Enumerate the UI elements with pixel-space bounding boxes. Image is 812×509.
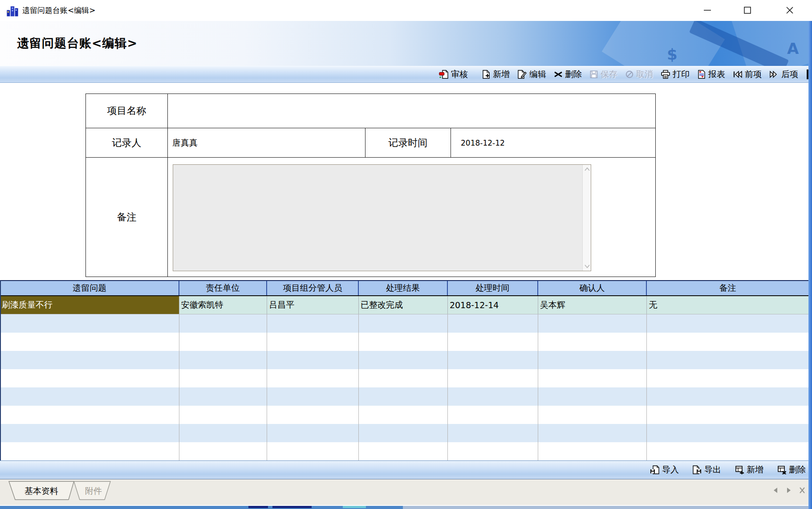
toolbar-button-label: 新增 (493, 69, 510, 80)
delete-button[interactable]: 删除 (553, 68, 583, 81)
column-header[interactable]: 备注 (647, 281, 808, 295)
remark-textarea[interactable] (173, 164, 591, 271)
edit-button[interactable]: 编辑 (516, 68, 547, 81)
column-header[interactable]: 处理时间 (448, 281, 538, 295)
status-strip-mark (343, 506, 366, 508)
table-empty-row[interactable] (1, 369, 808, 387)
table-cell[interactable]: 吕昌平 (267, 296, 359, 314)
recorder-field[interactable]: 唐真真 (168, 128, 365, 157)
toolbar-button-label: 报表 (708, 69, 725, 80)
table-cell[interactable]: 2018-12-14 (448, 296, 538, 314)
toolbar-button-label: 后项 (781, 69, 798, 80)
status-strip-mark (272, 506, 312, 508)
selected-cell[interactable]: 刷漆质量不行 (1, 296, 179, 314)
cancel-button[interactable]: 取消 (624, 68, 654, 81)
audit-button[interactable]: 审核 (438, 68, 469, 81)
issues-table: 遗留问题 责任单位 项目组分管人员 处理结果 处理时间 确认人 备注 刷漆质量不… (0, 280, 808, 460)
report-icon (697, 70, 706, 79)
new-doc-icon (482, 70, 491, 79)
table-empty-row[interactable] (1, 424, 808, 442)
add-button[interactable]: 新增 (481, 68, 511, 81)
tab-scroll-left-icon[interactable] (772, 486, 779, 495)
remark-label: 备注 (86, 158, 168, 277)
toolbar-button-label: 前项 (745, 69, 762, 80)
column-header[interactable]: 遗留问题 (1, 281, 179, 295)
toolbar-button-label: 导入 (662, 464, 679, 476)
edit-doc-icon (517, 70, 527, 79)
cancel-slash-icon (625, 70, 634, 79)
table-empty-row[interactable] (1, 406, 808, 424)
grid-toolbar: 导入 导出 新增 (0, 460, 812, 479)
scroll-down-icon[interactable] (583, 262, 591, 271)
toolbar-button-label: 编辑 (529, 69, 546, 80)
toolbar-button-label: 删除 (565, 69, 582, 80)
record-time-field[interactable]: 2018-12-12 (451, 128, 655, 157)
previous-item-icon (733, 70, 743, 79)
minimize-button[interactable] (694, 0, 720, 20)
close-button[interactable] (777, 0, 803, 20)
record-form: 项目名称 记录人 唐真真 记录时间 2018-12-12 备注 (85, 94, 656, 277)
header-band: $ A 遗留问题台账<编辑> (0, 21, 812, 66)
title-bar: 遗留问题台账<编辑> (0, 0, 812, 21)
save-disk-icon (589, 70, 598, 79)
table-cell[interactable]: 已整改完成 (359, 296, 448, 314)
table-row[interactable]: 刷漆质量不行 安徽索凯特 吕昌平 已整改完成 2018-12-14 吴本辉 无 (1, 296, 808, 314)
table-cell[interactable]: 安徽索凯特 (179, 296, 268, 314)
toolbar-button-label: 导出 (704, 464, 721, 476)
table-empty-row[interactable] (1, 351, 808, 369)
table-cell[interactable]: 无 (647, 296, 808, 314)
grid-delete-icon (777, 465, 787, 474)
recorder-label: 记录人 (86, 128, 168, 157)
printer-icon (661, 70, 670, 79)
tab-scroll-right-icon[interactable] (785, 486, 792, 495)
dollar-glyph: $ (667, 45, 678, 63)
table-empty-row[interactable] (1, 442, 808, 460)
toolbar-button-label: 删除 (789, 464, 806, 476)
letter-a-glyph: A (787, 40, 799, 57)
window-right-border (808, 21, 812, 509)
next-item-icon (769, 70, 779, 79)
table-empty-row[interactable] (1, 333, 808, 351)
save-button[interactable]: 保存 (589, 68, 618, 81)
tab-bar: 基本资料 附件 (0, 479, 812, 505)
app-window: 遗留问题台账<编辑> $ A 遗留问题台账<编辑> (0, 0, 812, 509)
next-item-button[interactable]: 后项 (768, 68, 799, 81)
remark-scrollbar[interactable] (582, 165, 591, 271)
table-empty-row[interactable] (1, 387, 808, 406)
grid-add-icon (735, 465, 744, 474)
tab-attachments-label: 附件 (85, 486, 102, 496)
print-button[interactable]: 打印 (660, 68, 690, 81)
main-toolbar: 审核 新增 编辑 (0, 66, 812, 83)
maximize-button[interactable] (735, 0, 760, 20)
previous-item-button[interactable]: 前项 (732, 68, 763, 81)
export-button[interactable]: 导出 (691, 464, 722, 476)
audit-stamp-icon (439, 70, 449, 79)
scroll-up-icon[interactable] (583, 165, 591, 174)
grid-add-button[interactable]: 新增 (734, 464, 764, 476)
status-strip-mark (248, 506, 268, 508)
export-icon (692, 465, 702, 474)
tab-close-icon[interactable] (799, 486, 806, 495)
column-header[interactable]: 责任单位 (179, 281, 268, 295)
delete-x-icon (554, 70, 563, 79)
tab-navigation (772, 486, 806, 495)
page-title: 遗留问题台账<编辑> (17, 35, 138, 51)
column-header[interactable]: 项目组分管人员 (267, 281, 359, 295)
column-header[interactable]: 处理结果 (359, 281, 448, 295)
record-time-label: 记录时间 (365, 128, 451, 157)
toolbar-button-label: 取消 (636, 69, 653, 80)
tab-attachments[interactable]: 附件 (74, 481, 110, 500)
bottom-status-strip (0, 506, 812, 509)
import-button[interactable]: 导入 (649, 464, 680, 476)
grid-delete-button[interactable]: 删除 (776, 464, 807, 476)
project-name-label: 项目名称 (86, 94, 168, 128)
window-title: 遗留问题台账<编辑> (22, 0, 96, 21)
report-button[interactable]: 报表 (696, 68, 726, 81)
toolbar-button-label: 新增 (747, 464, 763, 476)
project-name-field[interactable] (168, 94, 655, 128)
table-cell[interactable]: 吴本辉 (538, 296, 647, 314)
toolbar-button-label: 保存 (601, 69, 617, 80)
table-empty-row[interactable] (1, 314, 808, 333)
column-header[interactable]: 确认人 (538, 281, 647, 295)
tab-basic-info[interactable]: 基本资料 (9, 481, 74, 500)
